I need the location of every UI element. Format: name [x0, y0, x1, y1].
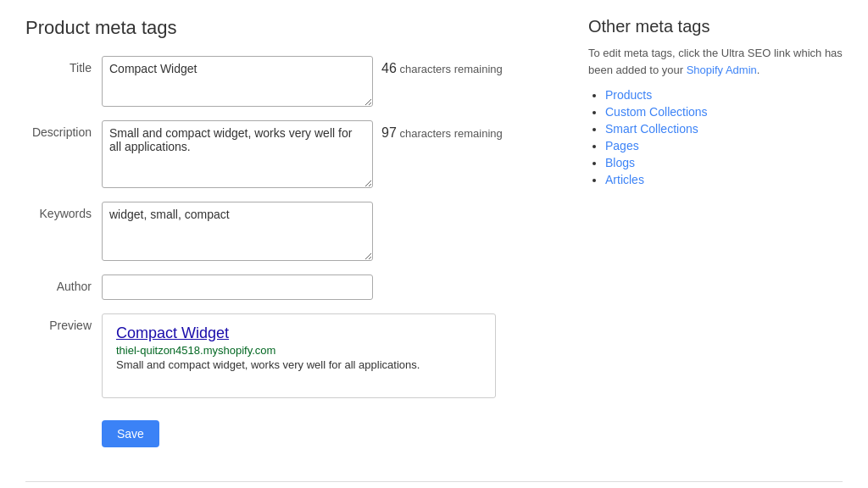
- preview-desc: Small and compact widget, works very wel…: [116, 358, 481, 371]
- page-title: Product meta tags: [25, 17, 554, 39]
- desc-label: Description: [25, 120, 102, 139]
- list-item: Custom Collections: [605, 105, 843, 119]
- desc-char-count: 97 characters remaining: [381, 120, 503, 141]
- title-chars-number: 46: [381, 61, 397, 75]
- title-input[interactable]: Compact Widget: [102, 56, 373, 107]
- keywords-input-area: widget, small, compact: [102, 202, 554, 261]
- title-chars-label: characters remaining: [399, 63, 502, 75]
- keywords-label: Keywords: [25, 202, 102, 220]
- desc-input-area: Small and compact widget, works very wel…: [102, 120, 554, 188]
- author-input[interactable]: The Widget Maker: [102, 274, 373, 300]
- desc-chars-label: characters remaining: [399, 127, 502, 140]
- right-description: To edit meta tags, click the Ultra SEO l…: [588, 45, 843, 78]
- preview-box: Compact Widget thiel-quitzon4518.myshopi…: [102, 313, 496, 398]
- preview-label: Preview: [25, 313, 102, 332]
- list-item: Products: [605, 88, 843, 102]
- title-input-area: Compact Widget 46 characters remaining: [102, 56, 554, 107]
- right-link[interactable]: Articles: [605, 173, 644, 186]
- list-item: Smart Collections: [605, 122, 843, 136]
- footer: © Coolence | ✉ info@coolence.com | 🐦 @co…: [25, 481, 843, 488]
- author-row: Author The Widget Maker: [25, 274, 554, 300]
- left-panel: Product meta tags Title Compact Widget 4…: [25, 17, 554, 447]
- right-link[interactable]: Pages: [605, 139, 639, 152]
- title-row: Title Compact Widget 46 characters remai…: [25, 56, 554, 107]
- right-links-list: ProductsCustom CollectionsSmart Collecti…: [588, 88, 843, 186]
- right-link[interactable]: Custom Collections: [605, 105, 708, 119]
- title-char-count: 46 characters remaining: [381, 56, 503, 76]
- right-link[interactable]: Smart Collections: [605, 122, 698, 136]
- right-link[interactable]: Products: [605, 88, 652, 102]
- title-label: Title: [25, 56, 102, 75]
- preview-area: Compact Widget thiel-quitzon4518.myshopi…: [102, 313, 554, 398]
- preview-url: thiel-quitzon4518.myshopify.com: [116, 344, 481, 357]
- description-row: Description Small and compact widget, wo…: [25, 120, 554, 188]
- author-input-area: The Widget Maker: [102, 274, 554, 300]
- save-button[interactable]: Save: [102, 420, 159, 447]
- right-desc-end: .: [757, 64, 760, 76]
- preview-title[interactable]: Compact Widget: [116, 324, 481, 342]
- desc-chars-number: 97: [381, 125, 397, 140]
- right-panel: Other meta tags To edit meta tags, click…: [588, 17, 843, 447]
- list-item: Blogs: [605, 156, 843, 169]
- desc-input[interactable]: Small and compact widget, works very wel…: [102, 120, 373, 188]
- author-label: Author: [25, 274, 102, 293]
- list-item: Pages: [605, 139, 843, 152]
- shopify-admin-link[interactable]: Shopify Admin: [687, 64, 757, 76]
- preview-row: Preview Compact Widget thiel-quitzon4518…: [25, 313, 554, 398]
- right-title: Other meta tags: [588, 17, 843, 36]
- list-item: Articles: [605, 173, 843, 186]
- right-link[interactable]: Blogs: [605, 156, 635, 169]
- keywords-row: Keywords widget, small, compact: [25, 202, 554, 261]
- keywords-input[interactable]: widget, small, compact: [102, 202, 373, 261]
